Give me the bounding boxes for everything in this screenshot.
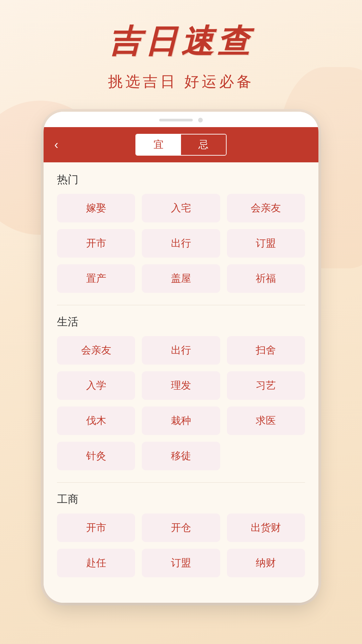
item-btn-hot-7[interactable]: 盖屋 xyxy=(142,264,220,293)
item-btn-hot-1[interactable]: 入宅 xyxy=(142,194,220,222)
section-hot: 热门嫁娶入宅会亲友开市出行订盟置产盖屋祈福 xyxy=(57,172,305,293)
btn-grid-hot: 嫁娶入宅会亲友开市出行订盟置产盖屋祈福 xyxy=(57,194,305,293)
content-area: 热门嫁娶入宅会亲友开市出行订盟置产盖屋祈福生活会亲友出行扫舍入学理发习艺伐木栽种… xyxy=(44,162,318,603)
notch-dot xyxy=(198,118,203,122)
item-btn-hot-0[interactable]: 嫁娶 xyxy=(57,194,135,222)
item-btn-life-5[interactable]: 习艺 xyxy=(227,371,305,400)
item-btn-life-0[interactable]: 会亲友 xyxy=(57,336,135,365)
section-life: 生活会亲友出行扫舍入学理发习艺伐木栽种求医针灸移徒 xyxy=(57,315,305,470)
item-btn-business-3[interactable]: 赴任 xyxy=(57,549,135,577)
divider-0 xyxy=(57,305,305,305)
app-subtitle: 挑选吉日 好运必备 xyxy=(108,72,254,92)
item-btn-hot-2[interactable]: 会亲友 xyxy=(227,194,305,222)
item-btn-business-5[interactable]: 纳财 xyxy=(227,549,305,577)
item-btn-business-0[interactable]: 开市 xyxy=(57,514,135,542)
item-btn-life-10[interactable]: 移徒 xyxy=(142,442,220,470)
item-btn-life-4[interactable]: 理发 xyxy=(142,371,220,400)
item-btn-business-1[interactable]: 开仓 xyxy=(142,514,220,542)
item-btn-life-6[interactable]: 伐木 xyxy=(57,407,135,435)
item-btn-business-2[interactable]: 出货财 xyxy=(227,514,305,542)
btn-grid-business: 开市开仓出货财赴任订盟纳财 xyxy=(57,514,305,577)
back-button[interactable]: ‹ xyxy=(54,138,58,152)
item-btn-life-1[interactable]: 出行 xyxy=(142,336,220,365)
section-title-hot: 热门 xyxy=(57,172,305,187)
item-btn-life-3[interactable]: 入学 xyxy=(57,371,135,400)
item-btn-life-9[interactable]: 针灸 xyxy=(57,442,135,470)
item-btn-business-4[interactable]: 订盟 xyxy=(142,549,220,577)
tab-ji[interactable]: 忌 xyxy=(181,135,226,155)
btn-grid-life: 会亲友出行扫舍入学理发习艺伐木栽种求医针灸移徒 xyxy=(57,336,305,470)
item-btn-life-2[interactable]: 扫舍 xyxy=(227,336,305,365)
item-btn-hot-3[interactable]: 开市 xyxy=(57,229,135,258)
divider-1 xyxy=(57,482,305,483)
section-title-life: 生活 xyxy=(57,315,305,329)
section-title-business: 工商 xyxy=(57,492,305,507)
notch-bar xyxy=(159,119,193,121)
section-business: 工商开市开仓出货财赴任订盟纳财 xyxy=(57,492,305,577)
page-content: 吉日速查 挑选吉日 好运必备 ‹ 宜 忌 热门嫁娶入宅会亲友开市出行订盟置产盖屋… xyxy=(0,0,362,603)
item-btn-life-7[interactable]: 栽种 xyxy=(142,407,220,435)
item-btn-hot-4[interactable]: 出行 xyxy=(142,229,220,258)
item-btn-life-8[interactable]: 求医 xyxy=(227,407,305,435)
phone-mockup: ‹ 宜 忌 热门嫁娶入宅会亲友开市出行订盟置产盖屋祈福生活会亲友出行扫舍入学理发… xyxy=(44,112,318,603)
item-btn-hot-8[interactable]: 祈福 xyxy=(227,264,305,293)
header-bar: ‹ 宜 忌 xyxy=(44,127,318,162)
item-btn-hot-6[interactable]: 置产 xyxy=(57,264,135,293)
phone-topbar xyxy=(44,112,318,127)
tab-yi[interactable]: 宜 xyxy=(136,135,181,155)
app-title: 吉日速查 xyxy=(109,20,253,64)
item-btn-hot-5[interactable]: 订盟 xyxy=(227,229,305,258)
tab-switcher: 宜 忌 xyxy=(135,134,227,156)
